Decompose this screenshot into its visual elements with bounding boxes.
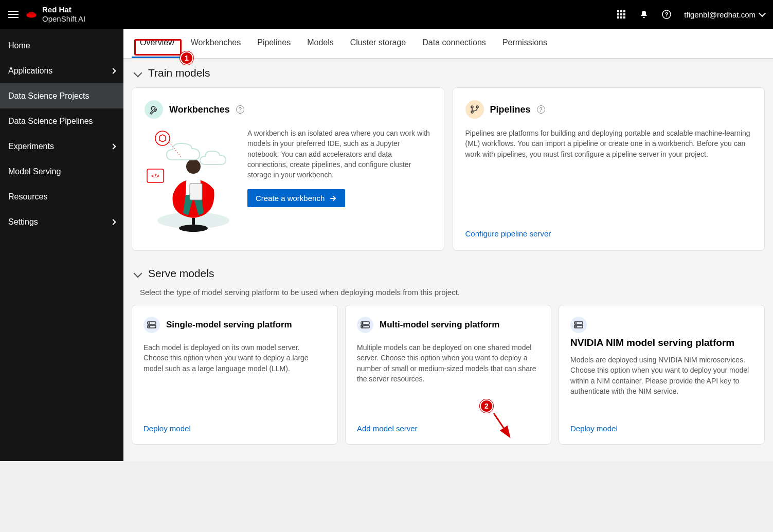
card-title: Pipelines: [490, 104, 531, 115]
brand: Red Hat OpenShift AI: [25, 6, 85, 23]
section-title: Train models: [148, 67, 210, 79]
svg-rect-1: [617, 10, 619, 12]
sidebar-item-model-serving[interactable]: Model Serving: [0, 159, 123, 184]
card-title: Single-model serving platform: [166, 320, 292, 330]
sidebar-item-label: Settings: [8, 217, 38, 227]
card-title: Workbenches: [169, 104, 230, 115]
card-title: Multi-model serving platform: [380, 320, 499, 330]
chevron-right-icon: [110, 143, 116, 149]
sidebar-item-label: Data Science Pipelines: [8, 117, 93, 126]
server-icon: [570, 317, 587, 333]
svg-point-30: [362, 326, 363, 327]
svg-point-22: [476, 106, 478, 108]
sidebar-item-label: Resources: [8, 192, 47, 201]
add-model-server-link[interactable]: Add model server: [357, 424, 418, 433]
svg-rect-2: [620, 10, 622, 12]
sidebar-item-data-science-projects[interactable]: Data Science Projects: [0, 83, 123, 108]
create-workbench-button[interactable]: Create a workbench: [247, 189, 345, 207]
card-title: NVIDIA NIM model serving platform: [570, 337, 753, 348]
train-models-header[interactable]: Train models: [132, 67, 765, 79]
tab-label: Models: [307, 38, 334, 47]
button-label: Create a workbench: [256, 194, 325, 203]
wrench-icon: [145, 100, 163, 119]
pipelines-card: Pipelines ? Pipelines are platforms for …: [453, 87, 765, 251]
bell-icon[interactable]: [639, 9, 649, 20]
sidebar-item-data-science-pipelines[interactable]: Data Science Pipelines: [0, 108, 123, 134]
server-icon: [143, 317, 160, 333]
svg-rect-3: [623, 10, 625, 12]
branch-icon: [465, 100, 484, 119]
svg-point-21: [471, 111, 473, 113]
svg-rect-6: [623, 13, 625, 15]
card-description: Each model is deployed on its own model …: [143, 342, 326, 374]
tab-cluster-storage[interactable]: Cluster storage: [342, 29, 415, 58]
deploy-model-link[interactable]: Deploy model: [143, 424, 191, 433]
annotation-badge-2: 2: [480, 399, 493, 413]
svg-point-15: [186, 159, 201, 174]
sidebar-item-applications[interactable]: Applications: [0, 58, 123, 83]
sidebar-item-experiments[interactable]: Experiments: [0, 134, 123, 159]
serve-description: Select the type of model serving platfor…: [140, 288, 765, 297]
server-icon: [357, 317, 373, 333]
pipelines-description: Pipelines are platforms for building and…: [465, 128, 752, 159]
svg-point-34: [576, 326, 577, 327]
tab-label: Permissions: [502, 38, 547, 47]
annotation-badge-1: 1: [180, 51, 193, 65]
configure-pipeline-server-link[interactable]: Configure pipeline server: [465, 229, 551, 238]
tab-pipelines[interactable]: Pipelines: [249, 29, 299, 58]
svg-text:?: ?: [665, 11, 669, 17]
sidebar-item-label: Applications: [8, 66, 52, 76]
tab-models[interactable]: Models: [299, 29, 342, 58]
workbenches-card: Workbenches ?: [132, 87, 444, 251]
deploy-model-nim-link[interactable]: Deploy model: [570, 424, 618, 433]
chevron-down-icon: [134, 269, 142, 278]
sidebar-toggle[interactable]: [8, 9, 19, 20]
svg-point-20: [471, 106, 473, 108]
tab-label: Overview: [140, 38, 174, 47]
help-icon[interactable]: ?: [661, 9, 672, 20]
svg-point-29: [362, 323, 363, 324]
chevron-down-icon: [134, 69, 142, 78]
caret-down-icon: [759, 10, 766, 17]
tab-label: Pipelines: [257, 38, 291, 47]
svg-point-13: [179, 225, 208, 232]
chevron-right-icon: [110, 68, 116, 74]
svg-rect-16: [190, 184, 202, 200]
workbenches-description: A workbench is an isolated area where yo…: [247, 128, 432, 180]
multi-model-card: Multi-model serving platform Multiple mo…: [345, 305, 551, 445]
svg-text:</>: </>: [151, 173, 159, 179]
svg-rect-8: [620, 16, 622, 19]
tab-label: Workbenches: [191, 38, 241, 47]
tab-permissions[interactable]: Permissions: [494, 29, 555, 58]
brand-line2: OpenShift AI: [42, 15, 85, 24]
card-description: Multiple models can be deployed on one s…: [357, 342, 540, 384]
tab-overview[interactable]: Overview: [132, 29, 183, 58]
tab-label: Cluster storage: [350, 38, 406, 47]
svg-rect-4: [617, 13, 619, 15]
svg-point-33: [576, 323, 577, 324]
sidebar-item-label: Home: [8, 41, 30, 50]
sidebar-item-label: Model Serving: [8, 167, 61, 176]
sidebar-item-resources[interactable]: Resources: [0, 184, 123, 209]
nvidia-nim-card: NVIDIA NIM model serving platform Models…: [559, 305, 765, 445]
sidebar-item-label: Experiments: [8, 142, 54, 151]
tab-label: Data connections: [422, 38, 486, 47]
card-description: Models are deployed using NVIDIA NIM mic…: [570, 355, 753, 396]
workbench-illustration: </>: [145, 128, 237, 238]
user-menu[interactable]: tfigenbl@redhat.com: [684, 10, 765, 19]
sidebar-item-settings[interactable]: Settings: [0, 209, 123, 234]
tab-data-connections[interactable]: Data connections: [414, 29, 494, 58]
serve-models-header[interactable]: Serve models: [132, 267, 765, 280]
user-email: tfigenbl@redhat.com: [684, 10, 756, 19]
sidebar-item-home[interactable]: Home: [0, 33, 123, 58]
chevron-right-icon: [110, 219, 116, 225]
svg-point-26: [149, 326, 150, 327]
svg-rect-14: [192, 218, 195, 226]
arrow-right-icon: [330, 195, 337, 202]
tab-workbenches[interactable]: Workbenches: [183, 29, 249, 58]
help-tooltip-icon[interactable]: ?: [236, 105, 244, 114]
help-tooltip-icon[interactable]: ?: [537, 105, 545, 114]
apps-icon[interactable]: [616, 9, 626, 20]
brand-line1: Red Hat: [42, 6, 85, 14]
sidebar-item-label: Data Science Projects: [8, 91, 89, 101]
